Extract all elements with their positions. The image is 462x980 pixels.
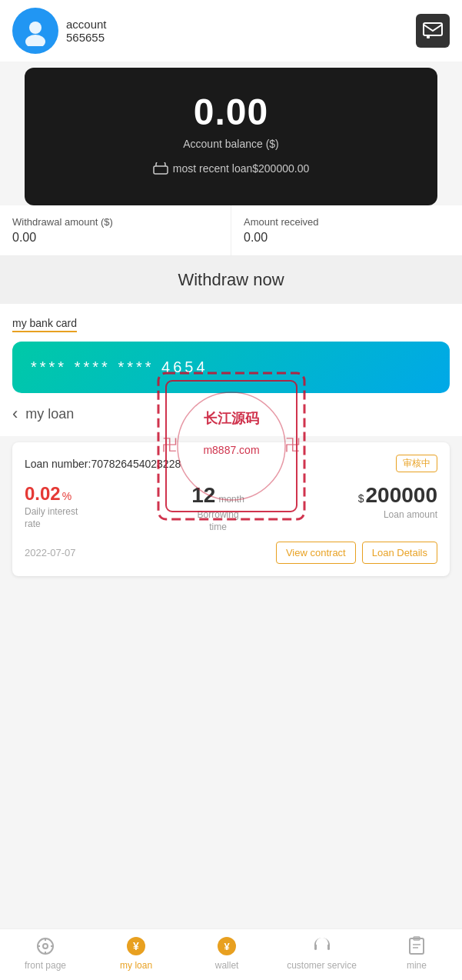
received-label: Amount received bbox=[244, 216, 450, 228]
received-stat: Amount received 0.00 bbox=[231, 205, 462, 255]
avatar bbox=[12, 8, 58, 54]
withdrawal-label: Withdrawal amount ($) bbox=[12, 216, 218, 228]
borrowing-time-item: 12 month Borrowing time bbox=[191, 483, 244, 532]
bank-section: my bank card **** **** **** 4654 ‹ my lo… bbox=[0, 304, 462, 436]
borrowing-label2: time bbox=[191, 522, 244, 532]
nav-item-customer-service[interactable]: customer service bbox=[287, 935, 357, 971]
view-contract-button[interactable]: View contract bbox=[276, 542, 356, 564]
bank-card-number: **** **** **** 4654 bbox=[31, 358, 208, 375]
header: account 565655 bbox=[0, 0, 462, 62]
loan-details-row: 0.02 % Daily interest rate 12 month Borr… bbox=[25, 483, 437, 532]
recent-loan-text: most recent loan$200000.00 bbox=[173, 162, 309, 175]
borrowing-label1: Borrowing bbox=[191, 509, 244, 520]
loan-card-header: Loan number:707826454023228 审核中 bbox=[25, 455, 437, 472]
balance-amount: 0.00 bbox=[40, 91, 422, 133]
svg-point-0 bbox=[29, 22, 42, 34]
amount-value: 200000 bbox=[366, 483, 437, 508]
svg-rect-23 bbox=[327, 946, 330, 950]
customer-service-icon bbox=[311, 935, 333, 957]
svg-rect-2 bbox=[424, 23, 442, 35]
account-label: account bbox=[66, 18, 107, 31]
stats-row: Withdrawal amount ($) 0.00 Amount receiv… bbox=[0, 205, 462, 256]
account-info: account 565655 bbox=[66, 18, 107, 44]
front-page-icon bbox=[35, 935, 56, 957]
loan-nav: ‹ my loan bbox=[12, 404, 450, 424]
loan-details-button[interactable]: Loan Details bbox=[362, 542, 437, 564]
bottom-nav: front page ¥ my loan ¥ wallet bbox=[0, 928, 462, 980]
bank-section-title: my bank card bbox=[12, 317, 77, 332]
borrowing-unit: month bbox=[218, 494, 244, 505]
mine-icon bbox=[406, 935, 427, 957]
withdrawal-value: 0.00 bbox=[12, 231, 218, 245]
my-loan-nav-label: my loan bbox=[25, 406, 74, 422]
loan-number: Loan number:707826454023228 bbox=[25, 458, 181, 470]
svg-rect-3 bbox=[427, 35, 430, 38]
nav-label-front-page: front page bbox=[25, 960, 66, 971]
withdraw-section: Withdraw now bbox=[0, 256, 462, 304]
nav-item-my-loan[interactable]: ¥ my loan bbox=[105, 935, 167, 971]
wallet-icon: ¥ bbox=[216, 935, 238, 957]
amount-dollar: $ bbox=[358, 492, 364, 505]
svg-point-13 bbox=[43, 944, 48, 948]
balance-label: Account balance ($) bbox=[40, 138, 422, 150]
balance-card: 0.00 Account balance ($) most recent loa… bbox=[25, 68, 437, 205]
my-loan-icon: ¥ bbox=[125, 935, 147, 957]
nav-item-wallet[interactable]: ¥ wallet bbox=[196, 935, 258, 971]
daily-rate-item: 0.02 % Daily interest rate bbox=[25, 483, 78, 529]
nav-label-mine: mine bbox=[407, 960, 427, 971]
message-icon-button[interactable] bbox=[416, 14, 450, 48]
loan-footer: 2022-07-07 View contract Loan Details bbox=[25, 542, 437, 564]
daily-rate-pct: % bbox=[62, 490, 71, 502]
nav-label-customer-service: customer service bbox=[287, 960, 357, 971]
account-number: 565655 bbox=[66, 31, 107, 44]
amount-label: Loan amount bbox=[358, 509, 437, 520]
back-arrow-button[interactable]: ‹ bbox=[12, 404, 18, 424]
nav-label-wallet: wallet bbox=[215, 960, 239, 971]
svg-point-1 bbox=[25, 35, 45, 46]
loan-amount-item: $ 200000 Loan amount bbox=[358, 483, 437, 520]
daily-rate-value: 0.02 bbox=[25, 483, 61, 505]
loan-buttons: View contract Loan Details bbox=[276, 542, 437, 564]
recent-loan: most recent loan$200000.00 bbox=[40, 162, 422, 175]
svg-text:¥: ¥ bbox=[133, 940, 139, 952]
received-value: 0.00 bbox=[244, 231, 450, 245]
withdrawal-stat: Withdrawal amount ($) 0.00 bbox=[0, 205, 231, 255]
svg-rect-24 bbox=[410, 938, 424, 954]
withdraw-title: Withdraw now bbox=[178, 270, 284, 289]
nav-item-mine[interactable]: mine bbox=[386, 935, 447, 971]
loan-card: Loan number:707826454023228 审核中 0.02 % D… bbox=[12, 442, 450, 576]
svg-rect-22 bbox=[314, 946, 317, 950]
svg-rect-4 bbox=[154, 166, 168, 174]
nav-label-my-loan: my loan bbox=[120, 960, 152, 971]
bank-card[interactable]: **** **** **** 4654 bbox=[12, 342, 450, 393]
svg-text:¥: ¥ bbox=[224, 941, 230, 952]
status-badge: 审核中 bbox=[396, 455, 437, 472]
daily-rate-label2: rate bbox=[25, 518, 78, 529]
nav-item-front-page[interactable]: front page bbox=[15, 935, 76, 971]
daily-rate-label1: Daily interest bbox=[25, 506, 78, 517]
loan-date: 2022-07-07 bbox=[25, 547, 76, 558]
borrowing-value: 12 bbox=[191, 483, 215, 508]
